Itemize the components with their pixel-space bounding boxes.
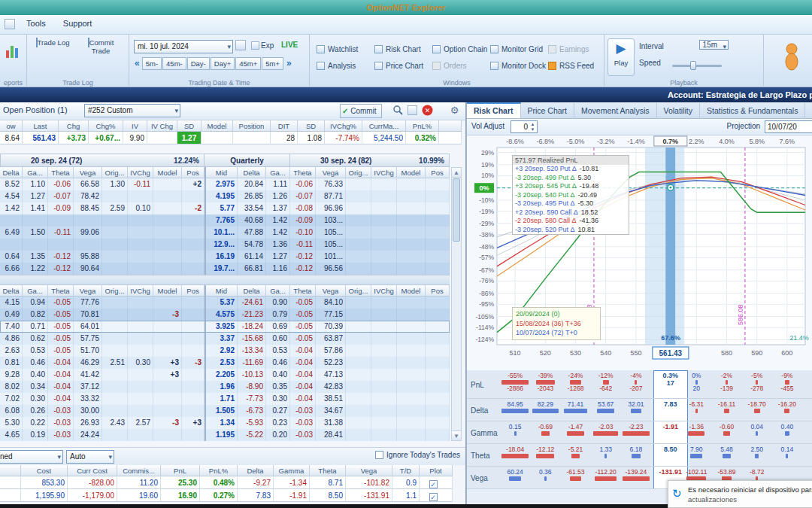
col-ivchg[interactable]: IVChg xyxy=(371,167,397,178)
tab-risk-chart[interactable]: Risk Chart xyxy=(467,102,521,118)
plot-checkbox[interactable]: ✓ xyxy=(420,489,453,502)
col-vega[interactable]: Vega xyxy=(74,167,102,178)
col-model[interactable]: Model xyxy=(397,167,426,178)
speed-slider[interactable] xyxy=(672,65,722,67)
table-scrollbar[interactable]: ▲ ▼ xyxy=(451,167,462,441)
projection-date-input[interactable]: 10/07/20 xyxy=(765,120,812,133)
col-model[interactable]: Model xyxy=(153,167,182,178)
tab-price-chart[interactable]: Price Chart xyxy=(521,103,575,119)
ribbon-button-price-chart[interactable]: Price Chart xyxy=(372,57,430,74)
risk-chart[interactable]: 561.43536.08586.08-8.6%-6.8%-5.0%-3.2%-1… xyxy=(467,135,812,370)
ribbon-button-monitor-grid[interactable]: Monitor Grid xyxy=(488,41,546,57)
col-model[interactable]: Model xyxy=(153,285,182,297)
option-row[interactable]: 6.080.26-0.0330.001.505-6.730.27-0.0334.… xyxy=(0,405,450,417)
step-last-icon[interactable]: » xyxy=(284,57,294,70)
expiry-mid-header[interactable]: Quarterly xyxy=(205,154,290,167)
spinner-arrows-icon[interactable]: ▲▼ xyxy=(529,122,536,132)
view-selector[interactable]: Combined xyxy=(0,450,63,464)
vol-adjust-spinner[interactable]: 0▲▼ xyxy=(511,120,538,133)
ignore-todays-trades-checkbox[interactable]: Ignore Today's Trades xyxy=(375,451,460,459)
option-row[interactable]: 4.150.94-0.0577.765.37-24.610.90-0.0584.… xyxy=(0,297,450,309)
commit-trade-button[interactable]: Commit Trade xyxy=(78,38,123,77)
interval-select[interactable]: 15m xyxy=(699,40,729,50)
trade-log-button[interactable]: Trade Log xyxy=(30,38,75,77)
option-row[interactable]: 4.860.62-0.0557.753.37-15.680.60-0.0563.… xyxy=(0,333,450,345)
option-row[interactable]: 9.280.40-0.0441.42+32.205-10.130.40-0.04… xyxy=(0,369,450,381)
step-button-5m[interactable]: 5m+ xyxy=(262,57,283,70)
step-button-day[interactable]: Day+ xyxy=(211,57,235,70)
live-button[interactable]: LIVE xyxy=(281,41,298,49)
export-grid-icon[interactable] xyxy=(406,105,419,117)
col-delta[interactable]: Delta xyxy=(238,285,266,297)
option-row[interactable]: 4.650.19-0.0324.241.195-5.220.20-0.0328.… xyxy=(0,429,450,441)
col-theta[interactable]: Theta xyxy=(48,167,74,178)
exp-toggle[interactable]: Exp xyxy=(251,41,274,50)
col-theta[interactable]: Theta xyxy=(48,285,74,297)
col-ga[interactable]: Ga... xyxy=(266,285,290,297)
menu-tools[interactable]: Tools xyxy=(19,15,53,32)
step-button-day[interactable]: Day- xyxy=(187,57,210,70)
ribbon-button-risk-chart[interactable]: Risk Chart xyxy=(372,41,430,57)
col-pos[interactable]: Pos xyxy=(426,285,450,297)
close-position-icon[interactable]: ✕ xyxy=(421,105,434,117)
scroll-up-icon[interactable]: ▲ xyxy=(452,168,461,178)
col-ivchg[interactable]: IVChg xyxy=(128,285,153,297)
commit-button[interactable]: ✓ Commit xyxy=(340,104,382,118)
col-orig[interactable]: Orig... xyxy=(346,167,371,178)
col-ivchg[interactable]: IVChg xyxy=(128,167,153,178)
col-model[interactable]: Model xyxy=(397,285,426,297)
wrench-icon[interactable] xyxy=(5,19,15,29)
col-pos[interactable]: Pos xyxy=(182,285,205,297)
option-row[interactable]: 8.521.10-0.0666.581.30-0.11+22.97520.841… xyxy=(0,178,450,190)
ribbon-button-option-chain[interactable]: Option Chain xyxy=(430,41,488,57)
ribbon-button-rss-feed[interactable]: RSS Feed xyxy=(546,57,604,74)
step-button-5m[interactable]: 5m- xyxy=(142,57,162,70)
expiry-right-header[interactable]: 30 sep. 24 (82)10.99% xyxy=(290,154,450,167)
option-row[interactable]: 0.810.46-0.0446.292.510.30+3-32.53-11.69… xyxy=(0,357,450,369)
mode-selector[interactable]: Auto xyxy=(66,450,114,464)
tab-statistics-fundamentals[interactable]: Statistics & Fundamentals xyxy=(700,103,805,119)
scroll-down-icon[interactable]: ▼ xyxy=(452,430,461,440)
calendar-icon[interactable] xyxy=(235,40,246,50)
col-vega[interactable]: Vega xyxy=(316,285,346,297)
ribbon-button-monitor-dock[interactable]: Monitor Dock xyxy=(488,57,546,74)
plot-checkbox[interactable]: ✓ xyxy=(420,476,453,489)
col-orig[interactable]: Orig... xyxy=(102,285,128,297)
step-first-icon[interactable]: « xyxy=(132,57,142,70)
play-button[interactable]: ▶ Play xyxy=(607,38,635,76)
totals-row[interactable]: 1,195.90-1,179.0019.6016.900.27%7.83-1.9… xyxy=(0,489,462,502)
tab-volatility[interactable]: Volatility xyxy=(657,103,701,119)
col-vega[interactable]: Vega xyxy=(74,285,102,297)
totals-row[interactable]: 853.30-828.0011.2025.300.48%-9.27-1.348.… xyxy=(0,476,462,489)
col-vega[interactable]: Vega xyxy=(316,167,346,178)
option-row[interactable]: 6.491.50-0.1199.0610.1...47.881.42-0.101… xyxy=(0,227,450,239)
col-theta[interactable]: Theta xyxy=(290,167,316,178)
windows-update-notification[interactable]: ↻ Es necesario reiniciar el dispositivo … xyxy=(668,480,812,508)
scrollbar-thumb[interactable] xyxy=(453,178,460,242)
option-row[interactable]: 2.630.53-0.0551.702.92-13.340.53-0.0457.… xyxy=(0,345,450,357)
ribbon-button-watchlist[interactable]: Watchlist xyxy=(314,41,372,57)
option-row[interactable]: 0.490.82-0.0570.81-34.575-21.230.79-0.05… xyxy=(0,309,450,321)
option-row[interactable]: 7.020.30-0.0433.321.71-7.730.30-0.0438.5… xyxy=(0,393,450,405)
col-pos[interactable]: Pos xyxy=(182,167,205,178)
col-theta[interactable]: Theta xyxy=(290,285,316,297)
assistant-mascot-icon[interactable] xyxy=(782,42,801,72)
position-selector[interactable]: #252 Custom xyxy=(84,104,180,117)
option-row[interactable]: 0.641.35-0.1295.8816.1961.141.27-0.12101… xyxy=(0,251,450,263)
option-row[interactable]: 8.020.34-0.0437.121.96-8.900.35-0.0442.8… xyxy=(0,381,450,393)
settings-gear-icon[interactable]: ⚙ xyxy=(448,105,461,117)
col-delta[interactable]: Delta xyxy=(0,167,23,178)
menu-support[interactable]: Support xyxy=(56,15,100,32)
option-row[interactable]: 6.661.22-0.1290.6419.7...66.811.16-0.129… xyxy=(0,263,450,275)
option-row[interactable]: 12.9...54.781.36-0.11105... xyxy=(0,239,450,251)
ribbon-button-analysis[interactable]: Analysis xyxy=(314,57,372,74)
col-ga[interactable]: Ga... xyxy=(23,167,48,178)
col-delta[interactable]: Delta xyxy=(238,167,266,178)
speed-slider-handle[interactable] xyxy=(690,61,696,70)
col-orig[interactable]: Orig... xyxy=(346,285,371,297)
col-mid[interactable]: Mid xyxy=(206,285,238,297)
col-ivchg[interactable]: IVChg xyxy=(371,285,397,297)
step-button-45m[interactable]: 45m- xyxy=(162,57,186,70)
col-mid[interactable]: Mid xyxy=(206,167,238,178)
option-row[interactable]: 5.300.22-0.0326.932.432.57-3+31.34-5.930… xyxy=(0,417,450,429)
